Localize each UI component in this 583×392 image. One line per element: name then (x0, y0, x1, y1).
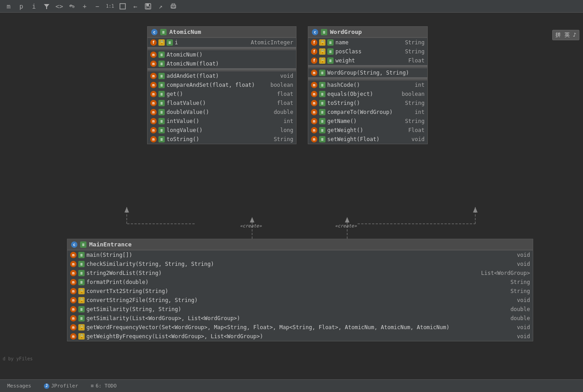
method-name: main(String[]) (86, 252, 132, 258)
method-tostring-wg[interactable]: m ≡ toString() String (308, 99, 427, 108)
method-getweightbyfreq[interactable]: m 🔒 getWeightByFrequency(List<WordGroup>… (67, 332, 533, 341)
method-icon: m (150, 82, 157, 88)
toolbar-angle-btn[interactable]: <> (54, 1, 64, 11)
svg-text:«create»: «create» (240, 223, 262, 228)
toolbar-save-btn[interactable] (143, 1, 153, 11)
method-getsimilarity-str[interactable]: m ≡ getSimilarity(String, String) double (67, 305, 533, 314)
method-main[interactable]: m ≡ main(String[]) void (67, 250, 533, 260)
field-name[interactable]: f 🔒 ≡ name String (308, 38, 427, 47)
toolbar-i-btn[interactable]: i (29, 1, 39, 11)
toolbar-m-btn[interactable]: m (4, 1, 14, 11)
return-type: List<WordGroup> (477, 270, 530, 276)
visibility-icon: ≡ (80, 241, 86, 248)
method-name: longValue() (167, 127, 202, 133)
toolbar-export-btn[interactable]: ↗ (156, 1, 166, 11)
ime-indicator: 拼 英 ♪ (552, 30, 579, 40)
method-converttxt2string[interactable]: m 🔒 convertTxt2String(String) String (67, 287, 533, 296)
field-type: Float (404, 57, 425, 64)
method-get[interactable]: m ≡ get() float (148, 90, 296, 99)
method-name: AtomicNum() (167, 52, 202, 58)
method-name: intValue() (167, 118, 199, 124)
messages-label: Messages (7, 383, 31, 389)
method-icon: m (311, 91, 317, 97)
method-compareto[interactable]: m ≡ compareTo(WordGroup) int (308, 108, 427, 117)
method-icon: m (150, 127, 157, 133)
method-name: toString() (167, 136, 199, 142)
method-formatprint[interactable]: m ≡ formatPrint(double) String (67, 278, 533, 287)
method-addandget[interactable]: m ≡ addAndGet(float) void (148, 71, 296, 80)
toolbar-minus-btn[interactable]: − (92, 1, 102, 11)
field-weight[interactable]: f 🔒 ≡ weight Float (308, 56, 427, 65)
jprofiler-label: JProfiler (51, 383, 78, 389)
method-getsimilarity-list[interactable]: m ≡ getSimilarity(List<WordGroup>, List<… (67, 314, 533, 323)
method-name: convertTxt2String(String) (86, 288, 168, 294)
jprofiler-tab[interactable]: J JProfiler (40, 382, 82, 390)
field-posclass[interactable]: f 🔒 ≡ posClass String (308, 47, 427, 56)
method-equals[interactable]: m ≡ equals(Object) boolean (308, 90, 427, 99)
method-getname[interactable]: m ≡ getName() String (308, 117, 427, 126)
toolbar-fit-btn[interactable] (118, 1, 128, 11)
method-doublevalue[interactable]: m ≡ doubleValue() double (148, 108, 296, 117)
method-name: getWeightByFrequency(List<WordGroup>, Li… (86, 333, 263, 340)
method-checksimilarity[interactable]: m ≡ checkSimilarity(String, String, Stri… (67, 260, 533, 269)
method-convertstring2file[interactable]: m 🔒 convertString2File(String, String) v… (67, 296, 533, 305)
return-type: void (512, 297, 530, 303)
method-hashcode[interactable]: m ≡ hashCode() int (308, 80, 427, 90)
method-icon: m (311, 127, 317, 133)
vis-icon: ≡ (78, 252, 85, 258)
method-icon: m (150, 91, 157, 97)
mainentrance-class: c ≡ MainEntrance m ≡ main(String[]) void… (67, 239, 533, 341)
method-tostring[interactable]: m ≡ toString() String (148, 135, 296, 144)
messages-tab[interactable]: Messages (4, 382, 35, 390)
field-type: AtomicInteger (246, 39, 293, 46)
return-type: String (269, 136, 293, 142)
method-longvalue[interactable]: m ≡ longValue() long (148, 126, 296, 135)
toolbar-back-btn[interactable]: ← (130, 1, 140, 11)
method-name: WordGroup(String, String) (327, 70, 409, 76)
method-name: hashCode() (327, 82, 360, 88)
field-i[interactable]: f 🔒 ≡ i AtomicInteger (148, 38, 296, 47)
method-name: AtomicNum(float) (167, 61, 219, 67)
vis-icon: ≡ (319, 100, 325, 106)
method-icon: m (311, 109, 317, 115)
ctor-atomicnum[interactable]: m ≡ AtomicNum() (148, 50, 296, 59)
vis-icon: ≡ (158, 136, 165, 142)
return-type: void (512, 333, 530, 340)
class-icon-c: c (151, 29, 158, 35)
vis-icon: ≡ (319, 118, 325, 124)
wordgroup-fields: f 🔒 ≡ name String f 🔒 ≡ posClass String … (308, 38, 427, 65)
toolbar-add-btn[interactable]: + (80, 1, 90, 11)
return-type: float (272, 100, 293, 106)
toolbar-filter-btn[interactable] (42, 1, 52, 11)
return-type: double (269, 109, 293, 115)
method-getwordfreqvector[interactable]: m 🔒 getWordFrequencyVector(Set<WordGroup… (67, 323, 533, 332)
method-name: convertString2File(String, String) (86, 297, 198, 303)
method-string2wordlist[interactable]: m ≡ string2WordList(String) List<WordGro… (67, 269, 533, 278)
toolbar-link-btn[interactable] (67, 1, 77, 11)
method-name: equals(Object) (327, 91, 373, 97)
mainentrance-title: MainEntrance (89, 241, 132, 248)
vis-icon: ≡ (319, 91, 325, 97)
method-compareandset[interactable]: m ≡ compareAndSet(float, float) boolean (148, 80, 296, 90)
return-type: String (401, 118, 425, 124)
ctor-atomicnum-float[interactable]: m ≡ AtomicNum(float) (148, 59, 296, 68)
vis-icon: ≡ (167, 39, 173, 46)
method-getweight[interactable]: m ≡ getWeight() Float (308, 126, 427, 135)
todo-tab[interactable]: ≡ 6: TODO (87, 382, 120, 390)
visibility-icon: ≡ (160, 29, 167, 35)
toolbar-p-btn[interactable]: p (16, 1, 26, 11)
method-setweight[interactable]: m ≡ setWeight(Float) void (308, 135, 427, 144)
ctor-wordgroup[interactable]: m ≡ WordGroup(String, String) (308, 68, 427, 77)
method-name: doubleValue() (167, 109, 209, 115)
method-floatvalue[interactable]: m ≡ floatValue() float (148, 99, 296, 108)
vis-icon: ≡ (158, 52, 165, 58)
svg-rect-9 (172, 7, 175, 8)
toolbar-print-btn[interactable] (168, 1, 178, 11)
field-icon: f (311, 39, 317, 46)
return-type: double (506, 306, 530, 312)
method-intvalue[interactable]: m ≡ intValue() int (148, 117, 296, 126)
toolbar-reset-btn[interactable]: 1:1 (105, 1, 115, 11)
method-icon: m (150, 73, 157, 79)
return-type: void (407, 136, 425, 142)
return-type: int (410, 109, 425, 115)
